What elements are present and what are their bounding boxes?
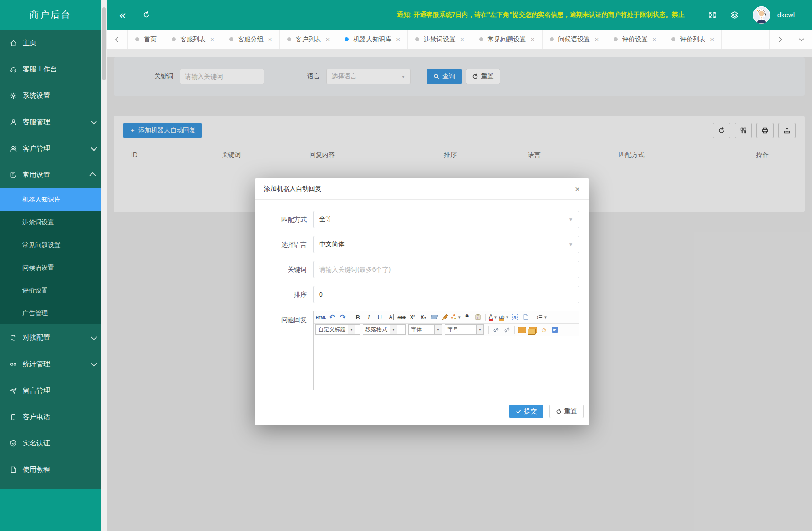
- redo-button[interactable]: ↷: [337, 312, 348, 322]
- tab-close-icon[interactable]: ×: [210, 36, 214, 43]
- sidebar-subitem-robot-knowledge[interactable]: 机器人知识库: [0, 188, 101, 211]
- sidebar-item-system-settings[interactable]: 系统设置: [0, 82, 101, 109]
- new-document-button[interactable]: [520, 312, 531, 322]
- export-button[interactable]: [778, 123, 796, 138]
- format-brush-button[interactable]: [440, 312, 451, 322]
- border-text-button[interactable]: A: [388, 314, 394, 320]
- tab-rating-list[interactable]: 评价列表 ×: [664, 30, 722, 49]
- sidebar-item-statistics[interactable]: 统计管理: [0, 351, 101, 377]
- insert-image-button[interactable]: [517, 325, 528, 335]
- tab-customer-list[interactable]: 客户列表 ×: [280, 30, 338, 49]
- fullscreen-icon[interactable]: [708, 11, 716, 19]
- auto-link-button[interactable]: a: [509, 312, 520, 322]
- keyword-input[interactable]: [313, 261, 579, 278]
- page-scrollbar-thumb[interactable]: [102, 7, 106, 80]
- add-robot-reply-button[interactable]: ＋ 添加机器人自动回复: [123, 123, 202, 138]
- tabs-scroll-left-button[interactable]: [107, 30, 128, 49]
- tab-close-icon[interactable]: ×: [268, 36, 272, 43]
- modal-reset-button[interactable]: 重置: [549, 405, 584, 418]
- insert-emoji-button[interactable]: ☺: [538, 325, 549, 335]
- username[interactable]: dkewl: [777, 11, 795, 19]
- eraser-button[interactable]: [429, 312, 440, 322]
- italic-button[interactable]: I: [363, 312, 374, 322]
- user-avatar[interactable]: [753, 6, 770, 24]
- tab-close-icon[interactable]: ×: [652, 36, 656, 43]
- refresh-page-icon[interactable]: [142, 10, 151, 19]
- bold-button[interactable]: B: [352, 312, 363, 322]
- sidebar-subitem-ad-management[interactable]: 广告管理: [0, 302, 101, 324]
- insert-multi-image-button[interactable]: [528, 325, 538, 335]
- font-color-button[interactable]: A ▼: [487, 312, 498, 322]
- sidebar-subitem-faq-settings[interactable]: 常见问题设置: [0, 233, 101, 256]
- tab-banned-words[interactable]: 违禁词设置 ×: [408, 30, 472, 49]
- sidebar-item-messages[interactable]: 留言管理: [0, 377, 101, 404]
- tab-agent-groups[interactable]: 客服分组 ×: [222, 30, 280, 49]
- sidebar-item-label: 实名认证: [23, 439, 50, 448]
- blockquote-button[interactable]: ❝: [462, 312, 472, 322]
- tab-faq-settings[interactable]: 常见问题设置 ×: [472, 30, 543, 49]
- sidebar-subitem-greeting-settings[interactable]: 问候语设置: [0, 256, 101, 279]
- tab-greeting-settings[interactable]: 问候语设置 ×: [543, 30, 607, 49]
- columns-filter-button[interactable]: [735, 123, 752, 138]
- sidebar-item-common-settings[interactable]: 常用设置: [0, 162, 101, 188]
- sidebar-item-workbench[interactable]: 客服工作台: [0, 56, 101, 82]
- tab-robot-knowledge[interactable]: 机器人知识库 ×: [337, 30, 408, 49]
- keyword-filter-input[interactable]: [180, 69, 264, 84]
- source-code-button[interactable]: HTML: [315, 312, 326, 322]
- multi-image-icon: [529, 327, 537, 333]
- layers-icon[interactable]: [730, 10, 739, 20]
- tab-dot: [135, 37, 139, 41]
- superscript-button[interactable]: X²: [407, 312, 418, 322]
- tab-rating-settings[interactable]: 评价设置 ×: [606, 30, 664, 49]
- custom-title-combo[interactable]: 自定义标题 ▼: [315, 324, 360, 335]
- tab-agent-list[interactable]: 客服列表 ×: [164, 30, 222, 49]
- sort-input[interactable]: [313, 286, 579, 303]
- page-scrollbar[interactable]: [102, 0, 107, 531]
- refresh-table-button[interactable]: [713, 123, 730, 138]
- undo-button[interactable]: ↶: [326, 312, 337, 322]
- tabs-scroll-right-button[interactable]: [769, 30, 791, 49]
- highlight-color-button[interactable]: ab ▼: [498, 312, 509, 322]
- sidebar-item-agent-management[interactable]: 客服管理: [0, 109, 101, 135]
- font-size-combo[interactable]: 字号 ▼: [445, 324, 484, 335]
- language-filter-select[interactable]: 选择语言 ▼: [326, 69, 411, 84]
- sidebar-item-home[interactable]: 主页: [0, 30, 101, 56]
- auto-typeset-button[interactable]: ▼: [451, 312, 462, 322]
- sidebar-item-realname-auth[interactable]: 实名认证: [0, 430, 101, 456]
- tabs-menu-button[interactable]: [791, 30, 812, 49]
- paste-filter-button[interactable]: T: [472, 312, 483, 322]
- tab-close-icon[interactable]: ×: [396, 36, 400, 43]
- paragraph-format-combo[interactable]: 段落格式 ▼: [363, 324, 406, 335]
- print-button[interactable]: [756, 123, 774, 138]
- sidebar-item-tutorial[interactable]: 使用教程: [0, 456, 101, 483]
- sidebar-subitem-banned-words[interactable]: 违禁词设置: [0, 211, 101, 233]
- search-button[interactable]: 查询: [427, 69, 462, 84]
- tab-close-icon[interactable]: ×: [595, 36, 599, 43]
- insert-video-button[interactable]: ▶: [549, 325, 560, 335]
- submit-button[interactable]: 提交: [509, 405, 543, 418]
- remove-link-button[interactable]: [502, 325, 513, 335]
- insert-link-button[interactable]: [491, 325, 502, 335]
- sidebar-item-customer-management[interactable]: 客户管理: [0, 135, 101, 162]
- subscript-button[interactable]: X₂: [418, 312, 429, 322]
- line-height-button[interactable]: ↕ ▼: [535, 312, 548, 322]
- sidebar-item-customer-phone[interactable]: 客户电话: [0, 404, 101, 430]
- language-select[interactable]: 中文简体 ▼: [313, 236, 579, 253]
- tab-close-icon[interactable]: ×: [326, 36, 330, 43]
- modal-close-icon[interactable]: ×: [575, 185, 580, 193]
- match-mode-select[interactable]: 全等 ▼: [313, 211, 579, 228]
- reset-filter-button[interactable]: 重置: [466, 69, 500, 84]
- tab-home[interactable]: 首页: [128, 30, 164, 49]
- strikethrough-button[interactable]: ABC: [396, 312, 407, 322]
- tab-close-icon[interactable]: ×: [531, 36, 535, 43]
- font-family-combo[interactable]: 字体 ▼: [408, 324, 442, 335]
- editor-content-area[interactable]: [314, 336, 579, 390]
- underline-button[interactable]: U: [374, 312, 385, 322]
- tab-close-icon[interactable]: ×: [460, 36, 464, 43]
- column-header-language: 语言: [520, 151, 611, 159]
- tab-close-icon[interactable]: ×: [710, 36, 714, 43]
- sidebar-subitem-rating-settings[interactable]: 评价设置: [0, 279, 101, 302]
- sidebar-item-integration-config[interactable]: 对接配置: [0, 324, 101, 351]
- collapse-sidebar-icon[interactable]: «: [119, 9, 126, 21]
- language-value: 中文简体: [319, 240, 345, 248]
